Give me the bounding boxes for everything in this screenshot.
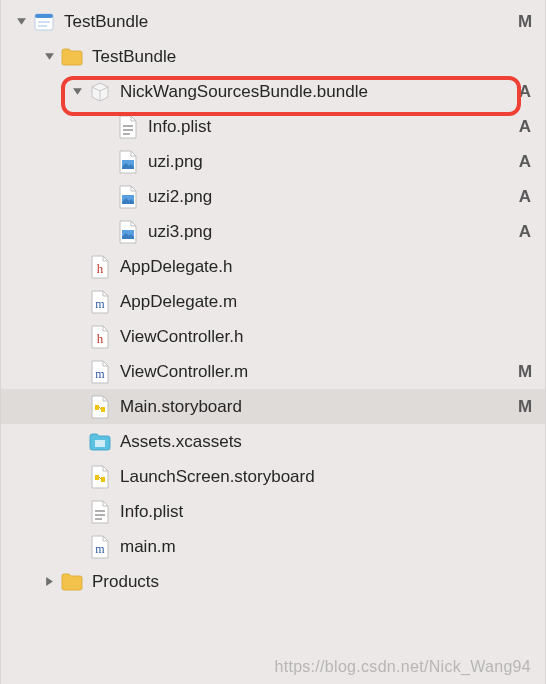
bundle-icon [88,80,112,104]
tree-item-label: AppDelegate.h [120,257,515,277]
tree-item-label: uzi3.png [148,222,515,242]
tree-row-file[interactable]: uzi3.png A [1,214,545,249]
tree-row-file[interactable]: uzi2.png A [1,179,545,214]
tree-item-label: AppDelegate.m [120,292,515,312]
scm-status-badge: A [515,82,535,102]
tree-item-label: TestBundle [64,12,515,32]
storyboard-file-icon [88,465,112,489]
impl-file-icon: m [88,360,112,384]
plist-file-icon [88,500,112,524]
svg-rect-17 [95,475,99,480]
plist-file-icon [116,115,140,139]
tree-item-label: TestBundle [92,47,515,67]
tree-row-file[interactable]: Assets.xcassets [1,424,545,459]
svg-rect-5 [123,129,133,131]
scm-status-badge: A [515,152,535,172]
svg-rect-3 [38,25,47,27]
tree-item-label: Info.plist [148,117,515,137]
tree-row-file[interactable]: LaunchScreen.storyboard [1,459,545,494]
tree-row-file[interactable]: m ViewController.m M [1,354,545,389]
header-file-icon: h [88,325,112,349]
tree-row-group[interactable]: TestBundle [1,39,545,74]
svg-text:m: m [95,542,105,556]
tree-item-label: ViewController.h [120,327,515,347]
svg-text:h: h [97,331,104,346]
scm-status-badge: A [515,222,535,242]
svg-text:m: m [95,367,105,381]
svg-rect-20 [95,514,105,516]
tree-row-project[interactable]: TestBundle M [1,4,545,39]
svg-rect-2 [38,21,50,23]
tree-row-file[interactable]: Info.plist [1,494,545,529]
tree-row-group[interactable]: Products [1,564,545,599]
png-file-icon [116,150,140,174]
tree-row-file[interactable]: h AppDelegate.h [1,249,545,284]
folder-icon [60,570,84,594]
scm-status-badge: A [515,187,535,207]
svg-rect-6 [123,133,130,135]
disclosure-triangle-open-icon[interactable] [13,14,29,30]
xcodeproj-icon [32,10,56,34]
storyboard-file-icon [88,395,112,419]
disclosure-triangle-open-icon[interactable] [69,84,85,100]
png-file-icon [116,185,140,209]
project-navigator[interactable]: TestBundle M TestBundle NickWangSourcesB… [1,0,545,599]
tree-item-label: LaunchScreen.storyboard [120,467,515,487]
svg-rect-4 [123,125,133,127]
svg-rect-18 [101,477,105,482]
svg-rect-19 [95,510,105,512]
tree-item-label: uzi2.png [148,187,515,207]
scm-status-badge: M [515,397,535,417]
tree-row-file[interactable]: Info.plist A [1,109,545,144]
tree-row-file[interactable]: h ViewController.h [1,319,545,354]
impl-file-icon: m [88,535,112,559]
svg-rect-1 [35,14,53,18]
tree-row-file[interactable]: uzi.png A [1,144,545,179]
tree-item-label: ViewController.m [120,362,515,382]
header-file-icon: h [88,255,112,279]
svg-rect-21 [95,518,102,520]
tree-row-file[interactable]: m AppDelegate.m [1,284,545,319]
impl-file-icon: m [88,290,112,314]
svg-rect-14 [95,405,99,410]
folder-icon [60,45,84,69]
tree-item-label: Products [92,572,515,592]
tree-row-file-selected[interactable]: Main.storyboard M [1,389,545,424]
watermark-text: https://blog.csdn.net/Nick_Wang94 [274,658,531,676]
scm-status-badge: A [515,117,535,137]
tree-item-label: Info.plist [120,502,515,522]
tree-item-label: Main.storyboard [120,397,515,417]
tree-item-label: main.m [120,537,515,557]
svg-rect-16 [95,440,105,447]
tree-item-label: uzi.png [148,152,515,172]
tree-row-file[interactable]: m main.m [1,529,545,564]
scm-status-badge: M [515,362,535,382]
tree-row-bundle[interactable]: NickWangSourcesBundle.bundle A [1,74,545,109]
disclosure-triangle-open-icon[interactable] [41,49,57,65]
xcassets-icon [88,430,112,454]
svg-text:h: h [97,261,104,276]
svg-rect-15 [101,407,105,412]
png-file-icon [116,220,140,244]
disclosure-triangle-closed-icon[interactable] [41,574,57,590]
tree-item-label: NickWangSourcesBundle.bundle [120,82,515,102]
scm-status-badge: M [515,12,535,32]
svg-text:m: m [95,297,105,311]
tree-item-label: Assets.xcassets [120,432,515,452]
